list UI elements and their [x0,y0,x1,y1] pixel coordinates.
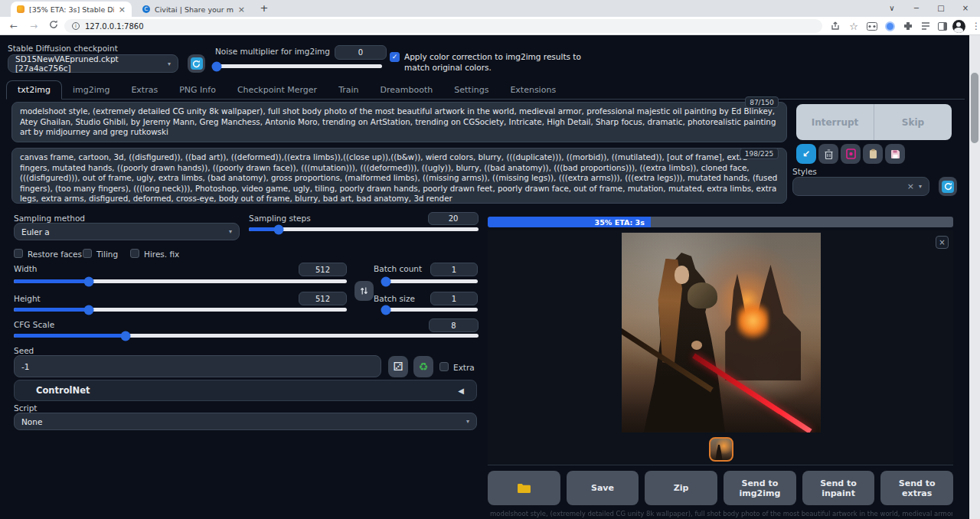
send-to-img2img-button[interactable]: Send to img2img [724,471,796,505]
tab-png-info[interactable]: PNG Info [168,81,227,99]
browser-tab-active[interactable]: [35% ETA: 3s] Stable Diffusion × [11,2,132,17]
window-restore-button[interactable]: □ [929,0,952,17]
cfg-scale-slider[interactable] [14,334,479,338]
random-seed-button[interactable]: ⚂ [388,356,408,377]
negative-token-counter: 198/225 [740,148,779,159]
refresh-checkpoints-button[interactable] [188,54,205,73]
bookmark-star-icon[interactable]: ☆ [847,19,861,33]
tab-img2img[interactable]: img2img [62,81,121,99]
browser-tab-civitai[interactable]: C Civitai | Share your models × [136,2,251,17]
output-buttons-row: Save Zip Send to img2img Send to inpaint… [488,471,953,505]
scrollbar-thumb[interactable] [971,73,978,143]
batch-count-value[interactable]: 1 [430,263,478,276]
close-preview-icon[interactable]: × [936,236,949,249]
tab-txt2img[interactable]: txt2img [6,80,62,100]
seed-input[interactable]: -1 [14,355,381,377]
page-scrollbar[interactable] [969,35,980,519]
profile-avatar[interactable] [952,19,965,33]
tab-title: [35% ETA: 3s] Stable Diffusion [29,5,114,14]
tiling-label: Tiling [96,250,118,259]
generated-image[interactable] [622,233,821,432]
color-correction-label: Apply color correction to img2img result… [404,51,596,73]
height-value[interactable]: 512 [299,292,347,305]
side-panel-icon[interactable] [936,19,949,33]
tab-close-icon[interactable]: × [238,5,245,15]
controlnet-accordion[interactable]: ControlNet ◀ [14,380,477,401]
interrupt-button[interactable]: Interrupt [796,104,874,140]
batch-count-slider[interactable] [383,279,478,283]
chevron-down-icon: ▾ [229,228,232,235]
tab-dreambooth[interactable]: Dreambooth [370,81,444,99]
window-close-button[interactable]: × [954,0,977,17]
meet-blue-icon[interactable] [883,19,897,33]
script-value: None [21,417,42,426]
checkpoint-label: Stable Diffusion checkpoint [8,44,118,53]
save-style-button[interactable] [885,144,905,164]
back-icon[interactable]: ← [6,18,21,34]
extensions-puzzle-icon[interactable] [901,19,915,33]
height-slider[interactable] [14,308,347,312]
batch-size-slider[interactable] [383,308,478,312]
cfg-scale-label: CFG Scale [14,320,54,329]
extension-cassette-icon[interactable] [865,19,879,33]
sampling-method-dropdown[interactable]: Euler a ▾ [14,223,240,240]
refresh-styles-button[interactable] [939,177,957,196]
checkpoint-value: SD15NewVAEpruned.ckpt [27a4ac756c] [15,54,168,73]
sampling-steps-value[interactable]: 20 [428,212,479,225]
hires-fix-checkbox[interactable] [130,249,139,258]
share-icon[interactable] [828,19,842,33]
save-button[interactable]: Save [567,471,639,505]
reading-list-icon[interactable] [919,19,933,33]
floppy-save-icon [890,149,900,159]
width-slider[interactable] [14,279,347,283]
script-dropdown[interactable]: None ▾ [14,413,477,430]
clear-prompt-button[interactable] [818,144,838,164]
url-text: 127.0.0.1:7860 [85,22,144,31]
tab-checkpoint-merger[interactable]: Checkpoint Merger [227,81,328,99]
restore-faces-checkbox[interactable] [14,249,23,258]
tab-train[interactable]: Train [328,81,369,99]
skip-button[interactable]: Skip [874,104,952,140]
reuse-seed-button[interactable]: ♻ [413,356,433,377]
clear-styles-icon[interactable]: × [907,181,914,191]
batch-size-value[interactable]: 1 [430,292,478,305]
tab-close-icon[interactable]: × [119,5,126,15]
noise-multiplier-value[interactable]: 0 [335,45,387,60]
swap-arrows-icon [360,286,368,295]
window-chevron-icon[interactable]: ∨ [880,0,903,17]
gradio-favicon [17,5,24,13]
apply-styles-button[interactable] [863,144,883,164]
swap-width-height-button[interactable] [354,281,374,301]
checkpoint-dropdown[interactable]: SD15NewVAEpruned.ckpt [27a4ac756c] ▾ [8,54,178,73]
tab-extras[interactable]: Extras [120,81,168,99]
address-bar[interactable]: i 127.0.0.1:7860 [64,19,822,33]
site-info-icon[interactable]: i [72,22,80,30]
cfg-scale-value[interactable]: 8 [429,318,479,332]
negative-prompt-textarea[interactable]: canvas frame, cartoon, 3d, ((disfigured)… [11,148,787,204]
tab-extensions[interactable]: Extensions [499,81,567,99]
sampling-steps-slider[interactable] [249,227,479,231]
paste-generation-params-button[interactable]: ↙ [796,144,816,164]
tiling-checkbox[interactable] [83,249,92,258]
new-tab-button[interactable]: + [257,2,271,16]
browser-menu-dots-icon[interactable]: ⋮ [969,19,980,33]
dice-icon: ⚂ [393,360,403,374]
gallery-thumbnail-selected[interactable] [709,437,733,462]
noise-multiplier-label: Noise multiplier for img2img [215,47,330,56]
width-value[interactable]: 512 [299,263,347,276]
window-minimize-button[interactable]: − [905,0,928,17]
prompt-textarea[interactable]: modelshoot style, (extremely detailed CG… [11,102,787,142]
styles-dropdown[interactable]: × ▾ [792,177,929,196]
color-correction-checkbox[interactable]: ✓ [390,52,400,62]
zip-button[interactable]: Zip [645,471,717,505]
tab-settings[interactable]: Settings [443,81,499,99]
send-to-extras-button[interactable]: Send to extras [880,471,953,505]
extra-seed-checkbox[interactable] [439,362,449,371]
prompt-token-counter: 87/150 [745,96,779,108]
forward-icon[interactable]: → [26,18,41,34]
reload-icon[interactable] [46,18,61,34]
noise-multiplier-slider[interactable] [215,64,382,68]
send-to-inpaint-button[interactable]: Send to inpaint [802,471,875,505]
open-folder-button[interactable] [488,471,560,505]
extra-networks-button[interactable] [841,144,861,164]
